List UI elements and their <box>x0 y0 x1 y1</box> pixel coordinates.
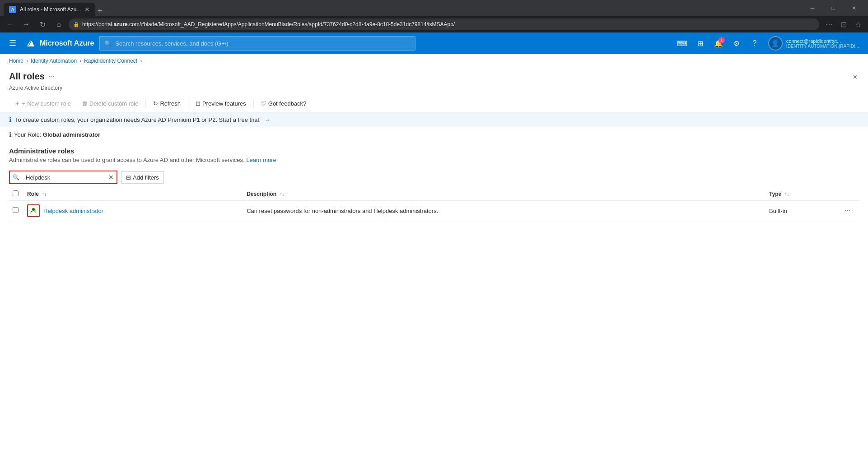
page-title-more-button[interactable]: ··· <box>48 73 54 81</box>
tab-favicon: A <box>9 6 16 13</box>
maximize-button[interactable]: □ <box>823 0 844 16</box>
admin-roles-title: Administrative roles <box>9 147 859 155</box>
cloud-shell-button[interactable]: ⌨ <box>674 35 691 51</box>
role-sort-icon: ↑↓ <box>42 192 47 197</box>
forward-button[interactable]: → <box>20 18 33 31</box>
back-button[interactable]: ← <box>4 18 16 31</box>
directory-button[interactable]: ⊞ <box>692 35 709 51</box>
close-window-button[interactable]: ✕ <box>844 0 864 16</box>
add-filters-button[interactable]: ⊟ Add filters <box>121 171 164 184</box>
breadcrumb-sep-2: › <box>79 58 81 64</box>
azure-logo-icon <box>25 38 36 49</box>
toolbar-separator-2 <box>188 99 188 108</box>
row-actions-cell: ··· <box>837 201 859 221</box>
learn-more-link[interactable]: Learn more <box>246 157 276 163</box>
hamburger-menu[interactable]: ☰ <box>5 36 20 51</box>
minimize-button[interactable]: ─ <box>802 0 823 16</box>
notifications-button[interactable]: 🔔 1 <box>710 35 727 51</box>
add-filters-label: Add filters <box>133 174 159 181</box>
notification-badge: 1 <box>719 37 725 43</box>
preview-icon: ⊡ <box>196 100 201 107</box>
settings-button[interactable]: ⚙ <box>728 35 745 51</box>
blade-container: Home › Identity Automation › RapidIdenti… <box>0 54 868 476</box>
cloud-shell-icon: ⌨ <box>677 39 687 48</box>
search-filter-input[interactable] <box>22 174 106 181</box>
roles-table-container: Role ↑↓ Description ↑↓ Type ↑↓ <box>0 188 868 476</box>
feedback-label: Got feedback? <box>268 100 307 107</box>
role-name-cell: Helpdesk administrator <box>23 201 243 221</box>
type-column-label: Type <box>769 191 781 197</box>
secure-icon: 🔒 <box>73 22 79 28</box>
breadcrumb-rapididentity-connect[interactable]: RapidIdentity Connect <box>84 58 137 64</box>
select-all-checkbox[interactable] <box>13 190 19 196</box>
page-title-area: All roles ··· <box>9 71 54 82</box>
helpdesk-role-icon <box>29 207 37 215</box>
azure-logo: Microsoft Azure <box>25 38 94 49</box>
browser-tab-bar: A All roles - Microsoft Azu... ✕ + ─ □ ✕ <box>0 0 868 16</box>
admin-roles-description-text: Administrative roles can be used to gran… <box>9 157 245 163</box>
info-arrow-link[interactable]: → <box>264 116 270 123</box>
home-button[interactable]: ⌂ <box>52 18 65 31</box>
type-column-header[interactable]: Type ↑↓ <box>765 188 837 201</box>
filter-search-icon: 🔍 <box>10 174 22 180</box>
breadcrumb-sep-3: › <box>140 58 142 64</box>
blade-close-button[interactable]: × <box>851 71 859 83</box>
tab-close-button[interactable]: ✕ <box>84 6 90 13</box>
breadcrumb: Home › Identity Automation › RapidIdenti… <box>0 54 868 68</box>
helpdesk-admin-link[interactable]: Helpdesk administrator <box>43 208 103 214</box>
preview-features-button[interactable]: ⊡ Preview features <box>190 97 252 110</box>
search-filter-box[interactable]: 🔍 ✕ <box>9 171 117 184</box>
row-checkbox[interactable] <box>13 207 19 213</box>
row-more-button[interactable]: ··· <box>841 205 854 216</box>
user-profile[interactable]: 👤 connect@rapididentityt... IDENTITY AUT… <box>765 32 863 54</box>
description-sort-icon: ↑↓ <box>280 192 285 197</box>
filter-icon: ⊟ <box>126 174 131 181</box>
role-name-container: Helpdesk administrator <box>27 204 239 217</box>
new-tab-button[interactable]: + <box>97 6 103 16</box>
global-search-input[interactable] <box>115 40 411 47</box>
row-checkbox-cell <box>9 201 23 221</box>
table-header-row: Role ↑↓ Description ↑↓ Type ↑↓ <box>9 188 859 201</box>
role-column-header[interactable]: Role ↑↓ <box>23 188 243 201</box>
actions-column-header <box>837 188 859 201</box>
top-navigation: ☰ Microsoft Azure 🔍 ⌨ ⊞ 🔔 1 ⚙ <box>0 32 868 54</box>
roles-table: Role ↑↓ Description ↑↓ Type ↑↓ <box>9 188 859 221</box>
page-title: All roles <box>9 71 45 82</box>
help-button[interactable]: ? <box>747 35 763 51</box>
plus-icon: ＋ <box>14 99 20 107</box>
pocket-button[interactable]: ⊡ <box>837 18 850 31</box>
breadcrumb-home[interactable]: Home <box>9 58 23 64</box>
toolbar-separator-1 <box>145 99 146 108</box>
global-search[interactable]: 🔍 <box>99 36 415 51</box>
info-text: To create custom roles, your organizatio… <box>15 116 261 123</box>
bookmark-button[interactable]: ☆ <box>852 18 864 31</box>
new-custom-role-button[interactable]: ＋ + New custom role <box>9 97 76 110</box>
refresh-icon: ↻ <box>153 100 158 107</box>
refresh-button[interactable]: ↻ Refresh <box>148 97 186 110</box>
your-role-label: Your Role: <box>14 131 41 138</box>
extensions-button[interactable]: ⋯ <box>823 18 835 31</box>
browser-tab-active[interactable]: A All roles - Microsoft Azu... ✕ <box>4 3 95 16</box>
breadcrumb-sep-1: › <box>26 58 28 64</box>
your-role-text: Your Role: Global administrator <box>14 131 100 138</box>
delete-custom-role-button[interactable]: 🗑 Delete custom role <box>76 97 144 110</box>
role-info-icon: ℹ <box>9 131 11 138</box>
description-column-label: Description <box>247 191 276 197</box>
role-icon-container <box>27 204 40 217</box>
help-icon: ? <box>752 39 756 47</box>
search-filter-clear-button[interactable]: ✕ <box>106 174 117 181</box>
trash-icon: 🗑 <box>82 100 88 107</box>
description-column-header[interactable]: Description ↑↓ <box>243 188 765 201</box>
info-banner: ℹ To create custom roles, your organizat… <box>0 112 868 127</box>
tab-title: All roles - Microsoft Azu... <box>20 6 81 13</box>
feedback-button[interactable]: ♡ Got feedback? <box>256 97 312 110</box>
refresh-label: Refresh <box>160 100 181 107</box>
user-info: connect@rapididentityt... IDENTITY AUTOM… <box>786 38 859 49</box>
breadcrumb-identity-automation[interactable]: Identity Automation <box>31 58 77 64</box>
search-icon: 🔍 <box>104 40 112 47</box>
reload-button[interactable]: ↻ <box>36 18 49 31</box>
table-row: Helpdesk administrator Can reset passwor… <box>9 201 859 221</box>
info-icon: ℹ <box>9 116 11 123</box>
address-bar[interactable]: 🔒 https://portal.azure.com/#blade/Micros… <box>69 18 819 30</box>
window-controls: ─ □ ✕ <box>802 0 864 16</box>
